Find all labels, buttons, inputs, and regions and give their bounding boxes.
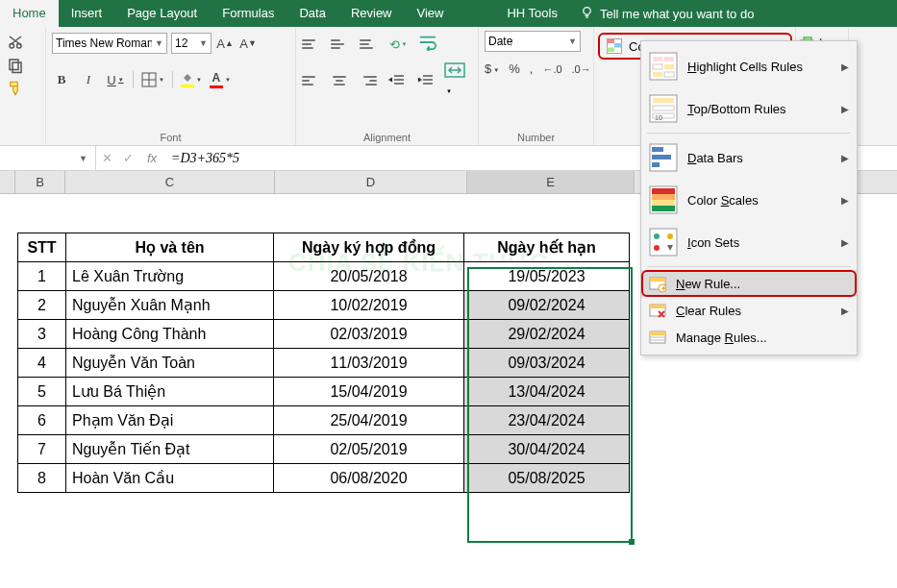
cell-stt[interactable]: 7: [18, 435, 66, 464]
italic-button[interactable]: I: [79, 69, 98, 90]
svg-rect-33: [652, 188, 675, 194]
cell-name[interactable]: Lưu Bá Thiện: [66, 378, 274, 406]
submenu-arrow-icon: ▶: [841, 153, 849, 163]
number-format-combo[interactable]: Date ▼: [485, 31, 581, 52]
tab-home[interactable]: Home: [0, 0, 59, 27]
cell-name[interactable]: Nguyễn Xuân Mạnh: [66, 291, 274, 320]
cell-exp[interactable]: 19/05/2023: [464, 262, 630, 291]
tab-pagelayout[interactable]: Page Layout: [114, 0, 210, 27]
name-box[interactable]: ▼: [0, 146, 96, 170]
tell-me-box[interactable]: Tell me what you want to do: [570, 5, 763, 22]
comma-button[interactable]: ,: [530, 61, 534, 76]
tab-review[interactable]: Review: [338, 0, 405, 27]
svg-point-38: [654, 233, 660, 239]
cell-date[interactable]: 20/05/2018: [274, 262, 464, 291]
svg-text:✦: ✦: [660, 284, 667, 292]
tab-formulas[interactable]: Formulas: [210, 0, 287, 27]
svg-text:10: 10: [655, 114, 662, 121]
wrap-text-button[interactable]: [417, 34, 438, 55]
cell-date[interactable]: 02/03/2019: [274, 320, 464, 349]
cf-iconsets[interactable]: Icon Sets ▶: [641, 221, 857, 263]
cell-stt[interactable]: 2: [18, 291, 66, 320]
decrease-decimal-button[interactable]: .0→: [572, 63, 591, 75]
accounting-button[interactable]: $▼: [485, 61, 499, 76]
cf-clear-rules[interactable]: Clear Rules ▶: [641, 297, 857, 324]
cf-new-rule[interactable]: ✦ New Rule...: [641, 270, 857, 297]
header-name[interactable]: Họ và tên: [66, 233, 274, 262]
underline-button[interactable]: U▼: [106, 69, 125, 90]
align-middle-button[interactable]: [331, 36, 350, 53]
cell-exp[interactable]: 13/04/2024: [464, 378, 630, 406]
col-header-D[interactable]: D: [275, 171, 467, 193]
format-painter-icon[interactable]: [6, 80, 39, 101]
cell-name[interactable]: Hoàn Văn Cầu: [66, 464, 274, 493]
cell-name[interactable]: Lê Xuân Trường: [66, 262, 274, 291]
cell-date[interactable]: 10/02/2019: [274, 291, 464, 320]
cell-stt[interactable]: 8: [18, 464, 66, 493]
header-stt[interactable]: STT: [18, 233, 66, 262]
cf-label: Clear Rules: [676, 304, 741, 318]
decrease-indent-button[interactable]: [386, 70, 406, 91]
cf-databars[interactable]: Data Bars ▶: [641, 136, 857, 179]
caret-icon: ▼: [79, 154, 87, 163]
cell-stt[interactable]: 1: [18, 262, 66, 291]
cell-date[interactable]: 25/04/2019: [274, 406, 464, 435]
col-header-B[interactable]: B: [15, 171, 65, 193]
align-center-button[interactable]: [330, 72, 348, 89]
col-header-E[interactable]: E: [467, 171, 635, 193]
cf-manage-rules[interactable]: Manage Rules...: [641, 324, 857, 351]
cell-date[interactable]: 15/04/2019: [274, 378, 464, 406]
cell-exp[interactable]: 29/02/2024: [464, 320, 630, 349]
cell-date[interactable]: 11/03/2019: [274, 349, 464, 378]
cell-exp[interactable]: 05/08/2025: [464, 464, 630, 493]
cf-colorscales[interactable]: Color Scales ▶: [641, 179, 857, 221]
orientation-button[interactable]: ⟲▼: [388, 34, 408, 55]
tab-hhtools[interactable]: HH Tools: [494, 0, 570, 27]
cell-exp[interactable]: 09/03/2024: [464, 349, 630, 378]
cond-fmt-icon: [606, 37, 623, 55]
percent-button[interactable]: %: [509, 61, 520, 76]
font-color-button[interactable]: A ▼: [210, 69, 231, 90]
header-date[interactable]: Ngày ký hợp đồng: [274, 233, 464, 262]
increase-font-button[interactable]: A▲: [215, 33, 235, 54]
cell-stt[interactable]: 4: [18, 349, 66, 378]
cell-stt[interactable]: 6: [18, 406, 66, 435]
col-header-C[interactable]: C: [65, 171, 275, 193]
cell-name[interactable]: Nguyễn Văn Toàn: [66, 349, 274, 378]
align-right-button[interactable]: [359, 72, 377, 89]
decrease-font-button[interactable]: A▼: [238, 33, 258, 54]
cell-name[interactable]: Hoàng Công Thành: [66, 320, 274, 349]
cell-exp[interactable]: 30/04/2024: [464, 435, 630, 464]
cell-stt[interactable]: 3: [18, 320, 66, 349]
cell-date[interactable]: 02/05/2019: [274, 435, 464, 464]
font-name-combo[interactable]: Times New Roman ▼: [52, 33, 167, 54]
align-bottom-button[interactable]: [360, 36, 379, 53]
border-button[interactable]: ▼: [141, 69, 164, 90]
cell-exp[interactable]: 23/04/2024: [464, 406, 630, 435]
tab-view[interactable]: View: [405, 0, 457, 27]
header-exp[interactable]: Ngày hết hạn: [464, 233, 630, 262]
cell-name[interactable]: Phạm Văn Đại: [66, 406, 274, 435]
cell-date[interactable]: 06/08/2020: [274, 464, 464, 493]
tab-insert[interactable]: Insert: [59, 0, 115, 27]
align-left-button[interactable]: [302, 72, 320, 89]
font-size-combo[interactable]: 12 ▼: [171, 33, 212, 54]
cf-topbottom-rules[interactable]: 10 Top/Bottom Rules ▶: [641, 87, 857, 130]
cell-exp[interactable]: 09/02/2024: [464, 291, 630, 320]
cf-highlight-rules[interactable]: Highlight Cells Rules ▶: [641, 45, 857, 87]
increase-indent-button[interactable]: [415, 70, 435, 91]
align-top-button[interactable]: [302, 36, 321, 53]
copy-icon[interactable]: [6, 57, 39, 78]
enter-formula-icon[interactable]: ✓: [117, 151, 138, 165]
merge-center-button[interactable]: ▼: [444, 62, 472, 99]
increase-decimal-button[interactable]: ←.0: [542, 63, 561, 75]
cancel-formula-icon[interactable]: ✕: [96, 151, 117, 165]
cell-name[interactable]: Nguyễn Tiến Đạt: [66, 435, 274, 464]
fill-color-button[interactable]: ▼: [181, 69, 202, 90]
fx-button[interactable]: fx: [138, 146, 165, 170]
cut-icon[interactable]: [6, 34, 39, 55]
cell-stt[interactable]: 5: [18, 378, 66, 406]
select-all-corner[interactable]: [0, 171, 15, 193]
bold-button[interactable]: B: [52, 69, 71, 90]
tab-data[interactable]: Data: [287, 0, 337, 27]
